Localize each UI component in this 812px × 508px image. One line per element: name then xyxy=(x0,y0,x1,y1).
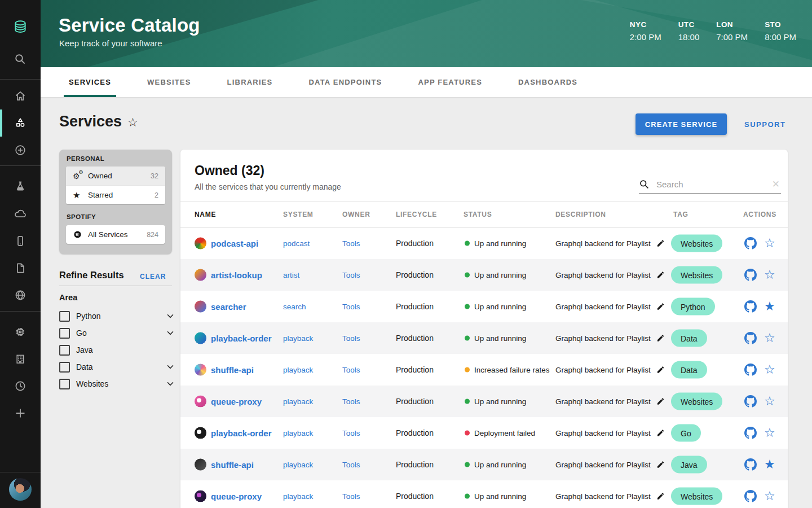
tab-dashboards[interactable]: DASHBOARDS xyxy=(518,67,577,97)
owner-link[interactable]: Tools xyxy=(342,429,360,437)
support-link[interactable]: SUPPORT xyxy=(744,120,785,129)
flask-sidebar-item[interactable] xyxy=(0,173,41,200)
owner-link[interactable]: Tools xyxy=(342,239,360,248)
system-link[interactable]: playback xyxy=(283,429,313,437)
edit-description-icon[interactable] xyxy=(656,397,665,406)
edit-description-icon[interactable] xyxy=(656,271,665,279)
checkbox-go[interactable] xyxy=(59,328,70,339)
owner-link[interactable]: Tools xyxy=(342,492,360,501)
github-icon[interactable] xyxy=(744,458,757,471)
clock-sidebar-item[interactable] xyxy=(0,373,41,400)
docs-sidebar-item[interactable] xyxy=(0,255,41,282)
system-link[interactable]: playback xyxy=(283,461,313,469)
chevron-down-icon[interactable] xyxy=(165,328,175,338)
github-icon[interactable] xyxy=(744,395,757,408)
backstage-logo[interactable] xyxy=(0,13,41,40)
owner-link[interactable]: Tools xyxy=(342,461,360,469)
tag-chip[interactable]: Go xyxy=(671,424,701,442)
tab-app-features[interactable]: APP FEATURES xyxy=(418,67,482,97)
star-outline-icon[interactable]: ☆ xyxy=(764,427,775,439)
tag-chip[interactable]: Data xyxy=(671,361,707,379)
tag-chip[interactable]: Python xyxy=(671,298,715,316)
owner-link[interactable]: Tools xyxy=(342,397,360,406)
service-name-link[interactable]: artist-lookup xyxy=(211,270,262,280)
chevron-down-icon[interactable] xyxy=(165,311,175,321)
search-input[interactable] xyxy=(655,179,771,190)
checkbox-data[interactable] xyxy=(59,362,70,373)
clear-search-icon[interactable]: ✕ xyxy=(771,178,781,190)
checkbox-java[interactable] xyxy=(59,345,70,356)
github-icon[interactable] xyxy=(744,427,757,439)
service-name-link[interactable]: shuffle-api xyxy=(211,365,254,375)
system-link[interactable]: podcast xyxy=(283,239,310,248)
star-filled-icon[interactable]: ★ xyxy=(764,300,775,313)
owner-link[interactable]: Tools xyxy=(342,303,360,311)
edit-description-icon[interactable] xyxy=(656,334,665,343)
system-link[interactable]: playback xyxy=(283,366,313,374)
clear-filters-link[interactable]: CLEAR xyxy=(140,273,166,281)
github-icon[interactable] xyxy=(744,490,757,502)
service-name-link[interactable]: queue-proxy xyxy=(211,397,262,406)
building-sidebar-item[interactable] xyxy=(0,345,41,373)
system-link[interactable]: playback xyxy=(283,492,313,501)
star-outline-icon[interactable]: ☆ xyxy=(764,332,775,344)
github-icon[interactable] xyxy=(744,332,757,344)
filter-item-owned[interactable]: ⚙Owned32 xyxy=(66,167,165,186)
tab-libraries[interactable]: LIBRARIES xyxy=(227,67,273,97)
owner-link[interactable]: Tools xyxy=(342,334,360,343)
github-icon[interactable] xyxy=(744,237,757,249)
tag-chip[interactable]: Websites xyxy=(671,235,722,252)
star-outline-icon[interactable]: ☆ xyxy=(764,490,775,502)
home-sidebar-item[interactable] xyxy=(0,82,41,110)
system-link[interactable]: search xyxy=(283,303,306,311)
edit-description-icon[interactable] xyxy=(656,239,665,248)
chevron-down-icon[interactable] xyxy=(165,362,175,372)
edit-description-icon[interactable] xyxy=(656,461,665,469)
checkbox-python[interactable] xyxy=(59,311,70,322)
favorite-page-icon[interactable]: ☆ xyxy=(127,116,138,129)
star-outline-icon[interactable]: ☆ xyxy=(764,237,775,249)
star-outline-icon[interactable]: ☆ xyxy=(764,395,775,408)
plus-sidebar-item[interactable] xyxy=(0,400,41,427)
checkbox-websites[interactable] xyxy=(59,379,70,389)
search-sidebar-item[interactable] xyxy=(0,46,41,73)
star-outline-icon[interactable]: ☆ xyxy=(764,364,775,376)
service-name-link[interactable]: playback-order xyxy=(211,334,272,343)
filter-item-all-services[interactable]: All Services824 xyxy=(66,225,165,244)
star-filled-icon[interactable]: ★ xyxy=(764,458,775,471)
tag-chip[interactable]: Websites xyxy=(671,488,722,505)
edit-description-icon[interactable] xyxy=(656,366,665,374)
tag-chip[interactable]: Data xyxy=(671,330,707,347)
star-outline-icon[interactable]: ☆ xyxy=(764,269,775,281)
edit-description-icon[interactable] xyxy=(656,429,665,437)
owner-link[interactable]: Tools xyxy=(342,271,360,279)
github-icon[interactable] xyxy=(744,300,757,313)
edit-description-icon[interactable] xyxy=(656,303,665,311)
system-link[interactable]: artist xyxy=(283,271,299,279)
system-link[interactable]: playback xyxy=(283,334,313,343)
tab-services[interactable]: SERVICES xyxy=(69,67,111,97)
service-name-link[interactable]: searcher xyxy=(211,302,246,312)
tab-data-endpoints[interactable]: DATA ENDPOINTS xyxy=(308,67,382,97)
globe-sidebar-item[interactable] xyxy=(0,282,41,309)
github-icon[interactable] xyxy=(744,364,757,376)
user-avatar[interactable] xyxy=(9,478,32,501)
tag-chip[interactable]: Websites xyxy=(671,266,722,284)
service-name-link[interactable]: queue-proxy xyxy=(211,492,262,501)
service-name-link[interactable]: podcast-api xyxy=(211,239,258,248)
system-link[interactable]: playback xyxy=(283,397,313,406)
edit-description-icon[interactable] xyxy=(656,492,665,501)
create-service-button[interactable]: CREATE SERVICE xyxy=(636,113,727,135)
chevron-down-icon[interactable] xyxy=(165,379,175,389)
chip-sidebar-item[interactable] xyxy=(0,318,41,345)
github-icon[interactable] xyxy=(744,269,757,281)
cloud-sidebar-item[interactable] xyxy=(0,200,41,227)
service-name-link[interactable]: playback-order xyxy=(211,428,272,438)
tab-websites[interactable]: WEBSITES xyxy=(147,67,191,97)
catalog-sidebar-item[interactable] xyxy=(0,110,41,137)
owner-link[interactable]: Tools xyxy=(342,366,360,374)
service-name-link[interactable]: shuffle-api xyxy=(211,460,254,470)
filter-item-starred[interactable]: ★Starred2 xyxy=(66,186,165,204)
mobile-sidebar-item[interactable] xyxy=(0,227,41,255)
create-sidebar-item[interactable] xyxy=(0,137,41,164)
